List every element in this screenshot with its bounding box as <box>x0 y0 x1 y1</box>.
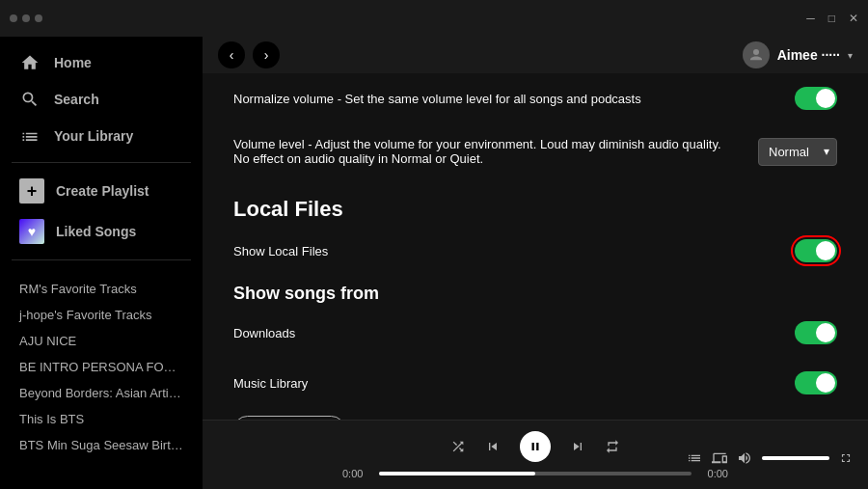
svg-point-0 <box>753 49 759 55</box>
sidebar-divider-2 <box>12 259 191 260</box>
main-layout: Home Search Your Library + Create Playli… <box>0 37 868 489</box>
maximize-button[interactable]: □ <box>828 12 835 25</box>
user-dropdown-arrow: ▾ <box>848 50 853 61</box>
sidebar-library-label: Your Library <box>54 128 133 144</box>
playlist-item[interactable]: AJU NICE <box>0 328 203 354</box>
extra-controls <box>687 450 853 466</box>
titlebar-dot <box>35 14 42 22</box>
sidebar-item-library[interactable]: Your Library <box>8 118 195 154</box>
show-local-files-toggle[interactable] <box>795 239 837 262</box>
repeat-button[interactable] <box>605 439 620 454</box>
normalize-volume-text: Normalize volume - Set the same volume l… <box>233 92 795 106</box>
music-library-label: Music Library <box>233 376 775 391</box>
playlist-item[interactable]: This Is BTS <box>0 406 203 432</box>
downloads-row: Downloads <box>233 308 837 358</box>
playlist-item[interactable]: Beyond Borders: Asian Artist... <box>0 380 203 406</box>
volume-level-text: Volume level - Adjust the volume for you… <box>233 137 758 166</box>
music-library-row: Music Library <box>233 358 837 408</box>
search-icon <box>19 89 41 110</box>
playlist-item[interactable]: RM's Favorite Tracks <box>0 276 203 302</box>
downloads-label: Downloads <box>233 326 775 340</box>
titlebar: ─ □ ✕ <box>0 0 868 37</box>
create-playlist-label: Create Playlist <box>56 183 149 199</box>
show-local-files-text: Show Local Files <box>233 244 795 258</box>
playlist-item[interactable]: j-hope's Favorite Tracks <box>0 302 203 328</box>
home-icon <box>19 52 41 73</box>
close-button[interactable]: ✕ <box>849 12 858 25</box>
sidebar: Home Search Your Library + Create Playli… <box>0 37 203 489</box>
devices-icon[interactable] <box>712 450 727 466</box>
sidebar-item-search[interactable]: Search <box>8 81 195 118</box>
music-library-toggle[interactable] <box>795 371 837 394</box>
sidebar-nav: Home Search Your Library <box>0 44 203 154</box>
progress-section: 0:00 0:00 <box>342 468 728 479</box>
downloads-toggle[interactable] <box>795 321 837 344</box>
fullscreen-icon[interactable] <box>839 451 853 465</box>
shuffle-button[interactable] <box>450 439 466 454</box>
create-playlist-icon: + <box>19 178 44 204</box>
volume-icon[interactable] <box>737 450 752 466</box>
sidebar-item-home[interactable]: Home <box>8 44 195 81</box>
player-controls <box>450 431 620 462</box>
user-profile[interactable]: Aimee ····· ▾ <box>743 41 853 68</box>
show-local-files-label: Show Local Files <box>233 244 775 258</box>
music-library-text: Music Library <box>233 376 795 391</box>
forward-button[interactable]: › <box>253 41 280 68</box>
downloads-text: Downloads <box>233 326 795 340</box>
volume-level-row: Volume level - Adjust the volume for you… <box>233 123 837 179</box>
playlist-item[interactable]: BTS Min Suga Seesaw Birth... <box>0 432 203 458</box>
total-time: 0:00 <box>699 468 728 479</box>
player-bar: 0:00 0:00 <box>203 420 868 489</box>
content-header: ‹ › Aimee ····· ▾ <box>203 37 868 73</box>
volume-level-label: Volume level - Adjust the volume for you… <box>233 137 739 166</box>
next-button[interactable] <box>570 439 585 454</box>
volume-bar[interactable] <box>762 456 829 460</box>
avatar <box>743 41 770 68</box>
liked-songs-icon: ♥ <box>19 219 44 244</box>
titlebar-controls: ─ □ ✕ <box>806 12 858 25</box>
volume-select-wrapper: Quiet Normal Loud <box>758 138 837 166</box>
show-local-files-row: Show Local Files <box>233 226 837 276</box>
library-icon <box>19 125 41 147</box>
playlist-item[interactable]: BE INTRO PERSONA FOCU... <box>0 354 203 380</box>
titlebar-dot <box>22 14 30 22</box>
volume-dropdown[interactable]: Quiet Normal Loud <box>758 138 837 166</box>
sidebar-search-label: Search <box>54 92 99 107</box>
play-pause-button[interactable] <box>520 431 551 462</box>
sidebar-liked-songs[interactable]: ♥ Liked Songs <box>0 211 203 252</box>
content-area: ‹ › Aimee ····· ▾ Normalize volume - Set… <box>203 37 868 489</box>
sidebar-playlist-section: RM's Favorite Tracks j-hope's Favorite T… <box>0 272 203 489</box>
titlebar-dots <box>10 14 42 22</box>
titlebar-dot <box>10 14 17 22</box>
minimize-button[interactable]: ─ <box>806 12 815 25</box>
liked-songs-label: Liked Songs <box>56 224 136 239</box>
normalize-volume-row: Normalize volume - Set the same volume l… <box>233 73 837 123</box>
username-label: Aimee ····· <box>777 47 840 63</box>
current-time: 0:00 <box>342 468 371 479</box>
back-button[interactable]: ‹ <box>218 41 245 68</box>
show-songs-heading: Show songs from <box>233 276 837 308</box>
volume-fill <box>762 456 829 460</box>
previous-button[interactable] <box>485 439 501 454</box>
queue-icon[interactable] <box>687 450 702 466</box>
nav-arrows: ‹ › <box>218 41 280 68</box>
normalize-toggle[interactable] <box>795 87 837 110</box>
sidebar-divider <box>12 162 191 163</box>
settings-content: Normalize volume - Set the same volume l… <box>203 73 868 420</box>
sidebar-home-label: Home <box>54 55 92 70</box>
sidebar-create-playlist[interactable]: + Create Playlist <box>0 171 203 211</box>
progress-fill <box>379 472 535 475</box>
local-files-heading: Local Files <box>233 179 837 226</box>
progress-bar[interactable] <box>379 472 692 475</box>
normalize-volume-label: Normalize volume - Set the same volume l… <box>233 92 775 106</box>
